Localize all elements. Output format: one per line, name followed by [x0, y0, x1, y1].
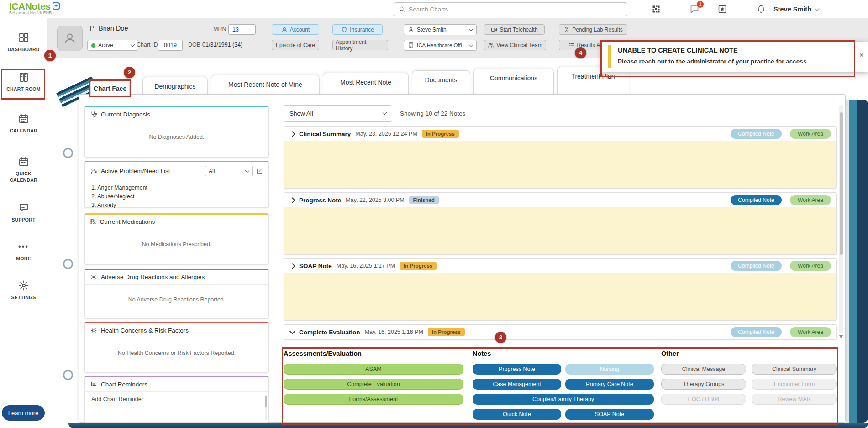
- view-clinical-team-button[interactable]: View Clinical Team: [484, 40, 546, 50]
- office-select[interactable]: ICA Healthcare Offi: [404, 40, 477, 51]
- team-icon: [488, 42, 494, 48]
- expand-chevron-icon[interactable]: [289, 131, 295, 137]
- add-chart-reminder-input[interactable]: Add Chart Reminder: [85, 392, 268, 407]
- notifications-bell-icon[interactable]: [757, 5, 766, 16]
- pending-lab-results-button[interactable]: Pending Lab Results: [559, 24, 627, 35]
- compiled-note-button[interactable]: Compiled Note: [731, 195, 782, 205]
- dashboard-icon: [18, 32, 29, 43]
- search-charts-box[interactable]: [394, 2, 627, 16]
- clinician-select[interactable]: Steve Smith: [404, 24, 477, 35]
- note-title: Clinical Summary: [299, 131, 351, 137]
- work-area-button[interactable]: Work Area: [790, 327, 831, 337]
- sidebar-item-label: MORE: [16, 255, 31, 262]
- notes-filter-select[interactable]: Show All: [284, 105, 392, 122]
- tab-label: Most Recent Note of Mine: [228, 81, 302, 88]
- create-progress-note-button[interactable]: Progress Note: [473, 364, 561, 375]
- episode-of-care-button[interactable]: Episode of Care: [272, 40, 319, 50]
- collapse-chevron-icon[interactable]: [289, 328, 295, 334]
- qr-scan-icon[interactable]: [652, 5, 661, 16]
- note-card-header[interactable]: Clinical Summary May. 23, 2025 12:24 PM …: [284, 127, 836, 141]
- create-forms-assessment-button[interactable]: Forms/Assessment: [284, 394, 463, 405]
- create-clinical-message-button[interactable]: Clinical Message: [661, 364, 746, 375]
- sidebar-item-support[interactable]: SUPPORT: [0, 202, 47, 223]
- tab-documents[interactable]: Documents: [412, 70, 470, 94]
- messages-icon[interactable]: 1: [690, 5, 699, 16]
- favorites-icon[interactable]: [718, 5, 727, 16]
- expand-chevron-icon[interactable]: [289, 197, 295, 203]
- episode-of-care-label: Episode of Care: [276, 42, 315, 48]
- sidebar-item-calendar[interactable]: CALENDAR: [0, 113, 47, 134]
- note-title: Complete Evaluation: [299, 329, 360, 336]
- create-couples-family-therapy-button[interactable]: Couples/Family Therapy: [473, 394, 654, 405]
- patient-avatar[interactable]: [57, 26, 83, 51]
- status-select[interactable]: Active: [87, 40, 138, 51]
- notification-accent-bar: [608, 45, 611, 68]
- widget-empty-text: No Health Concerns or Risk Factors Repor…: [85, 338, 268, 356]
- note-title: Progress Note: [299, 197, 341, 204]
- user-menu[interactable]: Steve Smith: [773, 0, 819, 18]
- create-quick-note-button[interactable]: Quick Note: [473, 409, 561, 420]
- notes-scrollbar-thumb[interactable]: [840, 112, 843, 255]
- logo-text: ICANotes: [9, 1, 51, 11]
- create-case-management-button[interactable]: Case Management: [473, 379, 561, 390]
- appointment-history-button[interactable]: Appointment History: [332, 40, 388, 50]
- sidebar-item-settings[interactable]: SETTINGS: [0, 280, 47, 301]
- widget-title: Health Concerns & Risk Factors: [101, 327, 189, 334]
- start-telehealth-label: Start Telehealth: [500, 26, 537, 33]
- work-area-button[interactable]: Work Area: [790, 195, 831, 205]
- create-clinical-summary-button[interactable]: Clinical Summary: [752, 364, 837, 375]
- note-title: SOAP Note: [299, 263, 332, 269]
- chart-room-icon: [18, 72, 29, 83]
- learn-more-button[interactable]: Learn more: [2, 405, 45, 421]
- tab-chart-face-active[interactable]: Chart Face: [90, 81, 130, 96]
- tab-label: Chart Face: [94, 85, 126, 92]
- quick-calendar-icon: [18, 156, 29, 167]
- tab-demographics[interactable]: Demographics: [142, 77, 208, 94]
- tab-communications[interactable]: Communications: [473, 69, 554, 94]
- create-complete-evaluation-button[interactable]: Complete Evaluation: [284, 379, 463, 390]
- sidebar-item-more[interactable]: ••• MORE: [0, 241, 47, 262]
- sidebar-item-chart-room[interactable]: CHART ROOM: [0, 72, 47, 92]
- search-input[interactable]: [409, 6, 622, 13]
- widget-title: Chart Reminders: [101, 381, 147, 388]
- work-area-button[interactable]: Work Area: [790, 129, 831, 139]
- external-link-icon[interactable]: [256, 168, 263, 174]
- tab-label: Treatment Plan: [571, 73, 615, 80]
- top-bar: ICANotes + Behavioral Health EHR 1 Steve…: [0, 0, 868, 18]
- create-asam-button[interactable]: ASAM: [284, 364, 463, 375]
- rx-icon: ℞: [90, 218, 96, 225]
- problem-list-filter-select[interactable]: All: [205, 166, 253, 176]
- close-icon[interactable]: ×: [859, 52, 863, 59]
- sidebar-item-dashboard[interactable]: DASHBOARD: [0, 32, 47, 53]
- note-card-header[interactable]: Complete Evaluation May. 16, 2025 1:16 P…: [284, 325, 836, 339]
- expand-chevron-icon[interactable]: [289, 263, 295, 269]
- account-label: Account: [290, 26, 310, 33]
- work-area-button[interactable]: Work Area: [790, 261, 831, 271]
- status-badge: In Progress: [400, 262, 437, 270]
- widget-title: Current Medications: [100, 218, 155, 225]
- scroll-down-button[interactable]: [839, 334, 843, 340]
- note-card-header[interactable]: Progress Note May. 22, 2025 3:00 PM Fini…: [284, 193, 836, 207]
- tab-most-recent-note-of-mine[interactable]: Most Recent Note of Mine: [211, 75, 320, 94]
- create-soap-note-button[interactable]: SOAP Note: [565, 409, 654, 420]
- account-button[interactable]: Account: [272, 24, 319, 35]
- learn-more-label: Learn more: [8, 410, 38, 417]
- sidebar-item-quick-calendar[interactable]: QUICK CALENDAR: [0, 156, 47, 183]
- logo-plus-icon: +: [53, 2, 60, 10]
- binder-ring: [63, 370, 73, 380]
- widget-scrollbar[interactable]: [265, 395, 267, 420]
- logo-tagline: Behavioral Health EHR: [9, 11, 60, 15]
- pending-lab-results-label: Pending Lab Results: [572, 26, 623, 33]
- note-card: SOAP Note May. 16, 2025 1:17 PM In Progr…: [284, 258, 837, 321]
- create-therapy-groups-button[interactable]: Therapy Groups: [661, 379, 746, 390]
- icanotes-logo[interactable]: ICANotes + Behavioral Health EHR: [9, 1, 60, 15]
- chevron-down-icon: [131, 42, 135, 47]
- tab-label: Communications: [490, 74, 537, 82]
- insurance-button[interactable]: Insurance: [332, 24, 383, 35]
- tab-most-recent-note[interactable]: Most Recent Note: [323, 73, 409, 94]
- flag-icon[interactable]: [89, 25, 95, 32]
- note-card-header[interactable]: SOAP Note May. 16, 2025 1:17 PM In Progr…: [284, 259, 836, 273]
- create-primary-care-note-button[interactable]: Primary Care Note: [565, 379, 654, 390]
- user-name: Steve Smith: [773, 5, 811, 13]
- start-telehealth-button[interactable]: Start Telehealth: [484, 24, 545, 35]
